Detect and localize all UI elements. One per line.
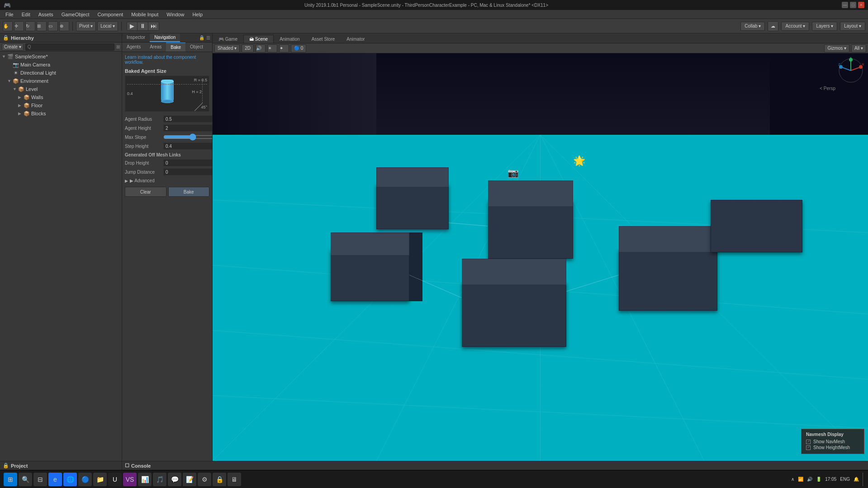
taskbar-chrome[interactable]: 🔵 (78, 473, 92, 486)
sound-toggle[interactable]: 🔊 (256, 44, 266, 52)
scene-view[interactable]: 📷 🌟 X Y Z (213, 53, 868, 461)
scale-tool[interactable]: ⊞ (37, 21, 47, 31)
local-btn[interactable]: Local ▾ (97, 21, 118, 31)
taskbar-unity[interactable]: U (108, 473, 122, 486)
taskbar-ie[interactable]: 🌐 (63, 473, 77, 486)
taskbar-vs[interactable]: VS (123, 473, 137, 486)
subtab-bake[interactable]: Bake (166, 43, 185, 52)
clear-button[interactable]: Clear (125, 187, 166, 197)
show-heightmesh-row[interactable]: ✓ Show HeightMesh (806, 445, 859, 450)
nav-panel-lock[interactable]: 🔒 (199, 35, 204, 40)
hierarchy-item-walls[interactable]: ▶ 📦 Walls (0, 93, 122, 101)
bake-button[interactable]: Bake (168, 187, 210, 197)
hierarchy-search[interactable] (25, 43, 114, 51)
titlebar-title: Unity 2019.1.0b1 Personal - SampleScene.… (304, 3, 548, 8)
step-btn[interactable]: ⏭ (148, 22, 159, 31)
info-link[interactable]: Learn instead about the component workfl… (125, 55, 209, 65)
subtab-object[interactable]: Object (185, 43, 208, 52)
play-btn[interactable]: ▶ (127, 22, 138, 31)
hand-tool[interactable]: ✋ (3, 21, 13, 31)
tab-animation[interactable]: Animation (274, 35, 305, 43)
minimize-btn[interactable]: — (842, 2, 848, 8)
cloud-btn[interactable]: ☁ (768, 21, 778, 31)
show-navmesh-row[interactable]: ✓ Show NavMesh (806, 439, 859, 444)
layout-btn[interactable]: Layout ▾ (840, 22, 865, 31)
taskbar-app7[interactable]: 🖥 (228, 473, 241, 486)
close-btn[interactable]: ✕ (858, 2, 864, 8)
subtab-agents[interactable]: Agents (122, 43, 145, 52)
main-area: 🔒 Hierarchy Create ▾ ⊞ ▼ 🎬 SampleScene* … (0, 33, 868, 461)
taskbar-app3[interactable]: 💬 (168, 473, 181, 486)
taskbar-volume[interactable]: 🔊 (807, 477, 812, 482)
taskbar-show-desktop[interactable] (863, 473, 864, 486)
rotate-tool[interactable]: ↻ (25, 21, 35, 31)
pause-btn[interactable]: ⏸ (138, 22, 148, 31)
advanced-section[interactable]: ▶ ▶ Advanced (125, 178, 209, 183)
menu-mobile-input[interactable]: Mobile Input (128, 11, 162, 18)
step-height-input[interactable] (163, 142, 212, 150)
menu-edit[interactable]: Edit (18, 11, 34, 18)
move-tool[interactable]: ✛ (14, 21, 24, 31)
hierarchy-item-floor[interactable]: ▶ 📦 Floor (0, 101, 122, 109)
taskbar-systray[interactable]: ∧ (791, 477, 794, 482)
taskbar-app6[interactable]: 🔒 (213, 473, 226, 486)
gizmos-btn[interactable]: Gizmos ▾ (824, 44, 849, 52)
menu-component[interactable]: Component (94, 11, 127, 18)
tab-game[interactable]: 🎮 Game (213, 35, 243, 43)
menu-window[interactable]: Window (163, 11, 188, 18)
shaded-dropdown[interactable]: Shaded ▾ (214, 44, 240, 52)
drop-height-input[interactable] (163, 159, 212, 166)
taskbar-app2[interactable]: 🎵 (153, 473, 166, 486)
hierarchy-filter-icon[interactable]: ⊞ (116, 44, 120, 49)
account-btn[interactable]: Account ▾ (781, 22, 809, 31)
maximize-btn[interactable]: □ (850, 2, 856, 8)
collab-btn[interactable]: Collab ▾ (740, 22, 765, 31)
taskbar-start[interactable]: ⊞ (4, 473, 17, 486)
show-heightmesh-checkbox[interactable]: ✓ (806, 445, 811, 450)
hierarchy-item-blocks[interactable]: ▶ 📦 Blocks (0, 109, 122, 118)
fx-toggle[interactable]: ✦ (279, 44, 289, 52)
tab-navigation[interactable]: Navigation (150, 33, 180, 42)
rect-tool[interactable]: ▭ (48, 21, 58, 31)
hierarchy-item-directionallight[interactable]: ☀ Directional Light (0, 69, 122, 77)
menu-assets[interactable]: Assets (35, 11, 57, 18)
taskbar-wifi[interactable]: 📶 (798, 477, 803, 482)
taskbar-app1[interactable]: 📊 (138, 473, 152, 486)
window-controls[interactable]: — □ ✕ (842, 2, 864, 8)
transform-tool[interactable]: ⊕ (59, 21, 69, 31)
all-btn[interactable]: All ▾ (851, 44, 866, 52)
hierarchy-toolbar: Create ▾ ⊞ (0, 43, 122, 52)
pivot-btn[interactable]: Pivot ▾ (76, 21, 96, 31)
tab-scene[interactable]: 🏔 Scene (243, 35, 274, 43)
subtab-areas[interactable]: Areas (145, 43, 166, 52)
lighting-toggle[interactable]: ☀ (267, 44, 277, 52)
menu-gameobject[interactable]: GameObject (58, 11, 93, 18)
layers-btn[interactable]: Layers ▾ (812, 22, 837, 31)
max-slope-slider[interactable] (163, 134, 212, 140)
taskbar-file[interactable]: 📁 (93, 473, 107, 486)
taskbar-edge[interactable]: e (48, 473, 62, 486)
tab-asset-store[interactable]: Asset Store (306, 35, 341, 43)
agent-height-input[interactable] (163, 124, 212, 132)
hierarchy-item-level[interactable]: ▼ 📦 Level (0, 85, 122, 93)
hierarchy-create-btn[interactable]: Create ▾ (2, 43, 24, 51)
nav-panel-menu[interactable]: ☰ (206, 35, 210, 40)
hierarchy-item-samplescene[interactable]: ▼ 🎬 SampleScene* (0, 52, 122, 61)
menu-help[interactable]: Help (189, 11, 206, 18)
taskbar-search[interactable]: 🔍 (19, 473, 32, 486)
taskbar-battery[interactable]: 🔋 (816, 477, 821, 482)
taskbar-app4[interactable]: 📝 (183, 473, 196, 486)
menu-file[interactable]: File (2, 11, 17, 18)
taskbar-taskview[interactable]: ⊟ (33, 473, 47, 486)
jump-distance-input[interactable] (163, 168, 212, 175)
taskbar-notification[interactable]: 🔔 (854, 477, 859, 482)
tab-inspector[interactable]: Inspector (122, 33, 150, 42)
count-btn[interactable]: 🔵 0 (291, 44, 306, 52)
agent-radius-input[interactable] (163, 115, 212, 123)
tab-animator[interactable]: Animator (341, 35, 370, 43)
show-navmesh-checkbox[interactable]: ✓ (806, 440, 811, 444)
taskbar-app5[interactable]: ⚙ (198, 473, 211, 486)
hierarchy-item-environment[interactable]: ▼ 📦 Environment (0, 77, 122, 85)
2d-toggle[interactable]: 2D (242, 44, 254, 52)
hierarchy-item-maincamera[interactable]: 📷 Main Camera (0, 61, 122, 69)
